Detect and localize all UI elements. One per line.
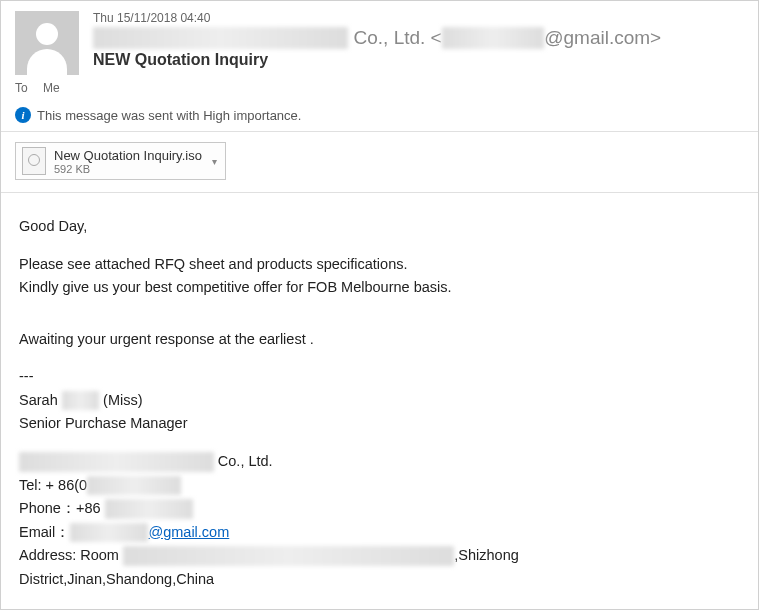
importance-text: This message was sent with High importan…: [37, 108, 301, 123]
sig-company-post: Co., Ltd.: [214, 453, 273, 469]
sig-title: Senior Purchase Manager: [19, 414, 740, 434]
importance-banner: i This message was sent with High import…: [1, 103, 758, 132]
sig-addr-post: ,Shizhong: [454, 547, 519, 563]
sig-email-domain: @gmail.com: [148, 524, 229, 540]
email-body: Good Day, Please see attached RFQ sheet …: [1, 193, 758, 609]
sig-name-line: Sarah Wang (Miss): [19, 391, 740, 411]
sig-surname-redacted: Wang: [62, 391, 99, 411]
sender-line: Jinan Derek Laser Technology Co., Ltd. <…: [93, 27, 744, 49]
email-header: Thu 15/11/2018 04:40 Jinan Derek Laser T…: [1, 1, 758, 81]
email-date: Thu 15/11/2018 04:40: [93, 11, 744, 25]
recipient-row: To Me: [1, 81, 758, 103]
sig-address-line2: District,Jinan,Shandong,China: [19, 570, 740, 590]
avatar: [15, 11, 79, 75]
to-label: To: [15, 81, 28, 95]
sender-name-redacted: Jinan Derek Laser Technology: [93, 27, 348, 49]
sig-addr-redacted: 1401 Building 1 Jiandek Place Yingxiongs…: [123, 546, 454, 566]
sig-separator: ---: [19, 367, 740, 387]
sig-email-link[interactable]: jinand_laser@gmail.com: [70, 524, 229, 540]
body-line-1: Please see attached RFQ sheet and produc…: [19, 255, 740, 275]
sig-email-redacted: jinand_laser: [70, 523, 148, 543]
greeting: Good Day,: [19, 217, 740, 237]
sig-tel-line: Tel: + 86(0531)88888888: [19, 476, 740, 496]
attachment-chip[interactable]: New Quotation Inquiry.iso 592 KB ▾: [15, 142, 226, 180]
header-text: Thu 15/11/2018 04:40 Jinan Derek Laser T…: [93, 11, 744, 75]
sig-addr-pre: Address: Room: [19, 547, 123, 563]
sig-company-redacted: Jinan Derek Laser Technology: [19, 452, 214, 472]
sig-tel-pre: Tel: + 86(0: [19, 477, 87, 493]
body-line-2: Kindly give us your best competitive off…: [19, 278, 740, 298]
sig-email-label: Email：: [19, 524, 70, 540]
attachment-size: 592 KB: [54, 163, 202, 175]
email-subject: NEW Quotation Inquiry: [93, 51, 744, 69]
file-iso-icon: [22, 147, 46, 175]
body-line-3: Awaiting your urgent response at the ear…: [19, 330, 740, 350]
sig-phone-pre: Phone：+86: [19, 500, 105, 516]
sig-name-post: (Miss): [99, 392, 143, 408]
sig-email-line: Email：jinand_laser@gmail.com: [19, 523, 740, 543]
attachment-name: New Quotation Inquiry.iso: [54, 148, 202, 163]
sender-company-suffix: Co., Ltd. <: [348, 27, 441, 48]
to-value: Me: [43, 81, 60, 95]
sig-phone-redacted: 13888888888: [105, 499, 194, 519]
sig-company-line: Jinan Derek Laser Technology Co., Ltd.: [19, 452, 740, 472]
sender-email-redacted: jinand_laser: [442, 27, 544, 49]
sender-email-suffix: @gmail.com>: [544, 27, 661, 48]
sig-name-pre: Sarah: [19, 392, 62, 408]
chevron-down-icon[interactable]: ▾: [212, 156, 217, 167]
attachment-area: New Quotation Inquiry.iso 592 KB ▾: [1, 132, 758, 193]
attachment-text: New Quotation Inquiry.iso 592 KB: [54, 148, 202, 175]
sig-tel-redacted: 531)88888888: [87, 476, 181, 496]
sig-phone-line: Phone：+86 13888888888: [19, 499, 740, 519]
info-icon: i: [15, 107, 31, 123]
sig-address-line1: Address: Room 1401 Building 1 Jiandek Pl…: [19, 546, 740, 566]
